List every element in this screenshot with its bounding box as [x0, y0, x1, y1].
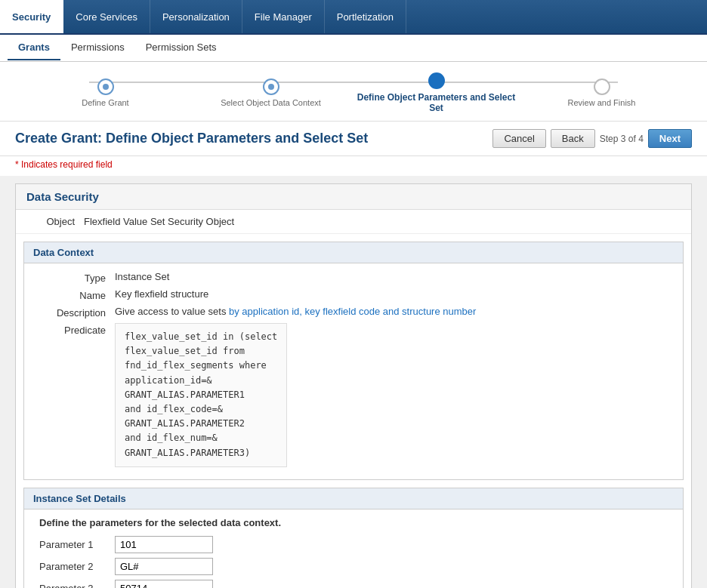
nav-security[interactable]: Security: [0, 0, 63, 33]
predicate-label: Predicate: [39, 323, 115, 336]
type-row: Type Instance Set: [39, 271, 668, 284]
nav-portletization[interactable]: Portletization: [325, 0, 406, 33]
sub-navigation: Grants Permissions Permission Sets: [0, 35, 707, 62]
description-row: Description Give access to value sets by…: [39, 306, 668, 319]
tab-permission-sets[interactable]: Permission Sets: [135, 35, 227, 60]
data-security-header: Data Security: [16, 184, 691, 210]
instance-set-description: Define the parameters for the selected d…: [39, 517, 668, 528]
wizard-label-2: Select Object Data Context: [221, 98, 321, 107]
name-label: Name: [39, 288, 115, 301]
page-header: Create Grant: Define Object Parameters a…: [0, 122, 707, 156]
data-context-section: Data Context Type Instance Set Name Key …: [23, 242, 684, 480]
param-input-3[interactable]: [115, 580, 213, 588]
param-row-3: Parameter 3: [39, 580, 668, 588]
object-value: Flexfield Value Set Security Object: [84, 216, 234, 227]
instance-set-body: Define the parameters for the selected d…: [24, 509, 683, 588]
wizard-step-4: Review and Finish: [519, 79, 684, 107]
param-input-1[interactable]: [115, 536, 213, 553]
description-value: Give access to value sets by application…: [115, 306, 476, 317]
nav-file-manager[interactable]: File Manager: [242, 0, 325, 33]
next-button[interactable]: Next: [648, 129, 692, 148]
param-label-3: Parameter 3: [39, 583, 115, 588]
instance-set-section: Instance Set Details Define the paramete…: [23, 488, 684, 588]
param-input-2[interactable]: [115, 558, 213, 575]
tab-permissions[interactable]: Permissions: [60, 35, 135, 60]
wizard-circle-1: [97, 79, 114, 95]
wizard-circle-4: [594, 79, 610, 95]
param-label-2: Parameter 2: [39, 561, 115, 572]
object-label: Object: [31, 216, 84, 227]
tab-grants[interactable]: Grants: [8, 35, 60, 60]
main-content: Data Security Object Flexfield Value Set…: [15, 183, 692, 588]
param-label-1: Parameter 1: [39, 539, 115, 550]
wizard-step-3: Define Object Parameters and Select Set: [354, 72, 519, 113]
required-note: * Indicates required field: [0, 156, 707, 176]
type-value: Instance Set: [115, 271, 169, 282]
predicate-value: flex_value_set_id in (select flex_value_…: [115, 323, 287, 467]
description-label: Description: [39, 306, 115, 319]
param-row-2: Parameter 2: [39, 558, 668, 575]
name-row: Name Key flexfield structure: [39, 288, 668, 301]
instance-set-container: Instance Set Details Define the paramete…: [23, 488, 684, 588]
param-row-1: Parameter 1: [39, 536, 668, 553]
wizard-label-3: Define Object Parameters and Select Set: [354, 92, 519, 113]
nav-core-services[interactable]: Core Services: [63, 0, 150, 33]
wizard-steps-container: Define Grant Select Object Data Context …: [0, 62, 707, 122]
predicate-row: Predicate flex_value_set_id in (select f…: [39, 323, 668, 467]
wizard-label-4: Review and Finish: [568, 98, 636, 107]
type-label: Type: [39, 271, 115, 284]
wizard-circle-2: [263, 79, 279, 95]
wizard-circle-3: [428, 72, 445, 89]
top-navigation: Security Core Services Personalization F…: [0, 0, 707, 35]
page-actions: Cancel Back Step 3 of 4 Next: [492, 129, 692, 148]
nav-personalization[interactable]: Personalization: [150, 0, 242, 33]
instance-set-header: Instance Set Details: [24, 488, 683, 509]
back-button[interactable]: Back: [551, 129, 595, 148]
data-context-container: Data Context Type Instance Set Name Key …: [23, 242, 684, 480]
page-title: Create Grant: Define Object Parameters a…: [15, 131, 368, 146]
data-context-header: Data Context: [24, 242, 683, 263]
name-value: Key flexfield structure: [115, 288, 208, 300]
wizard-step-1: Define Grant: [23, 79, 188, 107]
data-context-body: Type Instance Set Name Key flexfield str…: [24, 263, 683, 479]
object-row: Object Flexfield Value Set Security Obje…: [16, 210, 691, 234]
step-info: Step 3 of 4: [600, 134, 644, 144]
wizard-label-1: Define Grant: [82, 98, 128, 107]
cancel-button[interactable]: Cancel: [492, 129, 545, 148]
wizard-step-2: Select Object Data Context: [188, 79, 354, 107]
description-link[interactable]: by application id, key flexfield code an…: [229, 306, 476, 317]
